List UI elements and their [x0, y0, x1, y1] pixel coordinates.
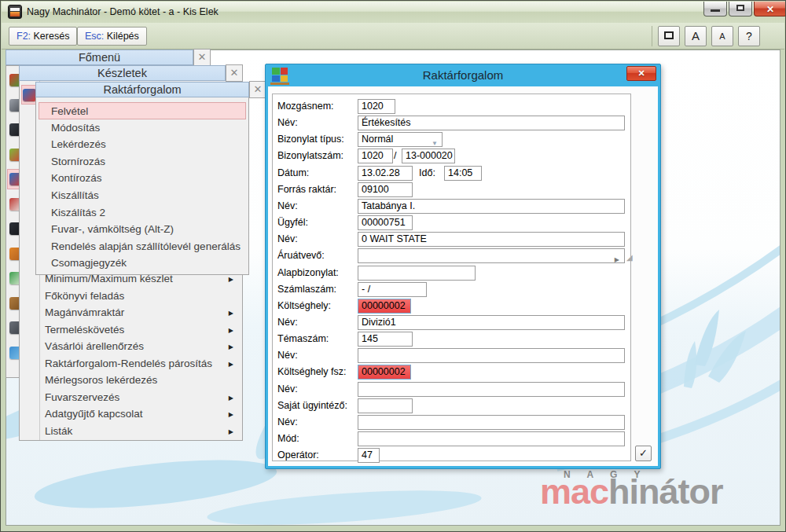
- keszletek-menu-item[interactable]: Adatgyűjtő kapcsolat▶: [20, 405, 241, 423]
- help-button[interactable]: ?: [738, 26, 760, 46]
- form-panel: Mozgásnem:1020Név:ÉrtékesítésBizonylat t…: [272, 94, 631, 461]
- menu-item-label: Termeléskövetés: [45, 324, 124, 336]
- mod-input[interactable]: [358, 431, 625, 446]
- dialog-title: Raktárforgalom: [266, 68, 660, 82]
- submenu-arrow-icon: ▶: [229, 406, 233, 423]
- dropdown-arrow-icon[interactable]: ▼: [432, 137, 438, 147]
- menu-item-label: Mérlegsoros lekérdezés: [45, 374, 157, 386]
- nev2-input[interactable]: Tatabánya I.: [358, 199, 625, 214]
- raktarforgalom-menu-item[interactable]: Módosítás: [39, 119, 246, 137]
- menu-item-label: Lekérdezés: [51, 138, 106, 150]
- keszletek-menu-item[interactable]: Főkönyvi feladás: [20, 288, 241, 305]
- raktarforgalom-menu-item[interactable]: Kontírozás: [39, 170, 246, 187]
- keszletek-menu-list: Minimum/Maximum készlet▶Főkönyvi feladás…: [20, 270, 241, 439]
- alapbizonylat-label: Alapbizonylat:: [277, 267, 339, 278]
- brand-logo: N A G Y machinátor: [540, 469, 776, 508]
- form-row-szamlaszam: Számlaszám:- /: [273, 282, 630, 298]
- nev4-label: Név:: [277, 317, 298, 328]
- lookup-arrow-icon[interactable]: ▶: [615, 253, 619, 263]
- font-decrease-button[interactable]: A: [711, 26, 733, 46]
- dialog-titlebar[interactable]: Raktárforgalom ✕: [266, 64, 660, 86]
- raktarforgalom-menu-item[interactable]: Fuvar-, vámköltség (Alt-Z): [39, 221, 246, 238]
- ugyfel-input[interactable]: 00000751: [358, 215, 413, 230]
- keszletek-titlebar[interactable]: Készletek: [19, 65, 226, 81]
- keszletek-menu-item[interactable]: Fuvarszervezés▶: [20, 389, 241, 406]
- exit-button[interactable]: Esc: Kilépés: [77, 27, 147, 46]
- nev5-label: Név:: [277, 350, 298, 361]
- keszletek-close-button[interactable]: ✕: [226, 64, 243, 82]
- minimize-button[interactable]: [703, 2, 727, 17]
- keszletek-menu-item[interactable]: Termeléskövetés▶: [20, 321, 241, 339]
- menu-item-label: Fuvarszervezés: [45, 391, 119, 403]
- temaszam-label: Témaszám:: [277, 333, 329, 344]
- form-row-ugyfel: Ügyfél:00000751: [273, 215, 630, 231]
- raktarforgalom-menu-item[interactable]: Kiszálítás 2: [39, 204, 246, 222]
- maximize-button[interactable]: [729, 2, 752, 17]
- keszletek-menu-item[interactable]: Magánvámraktár▶: [20, 304, 241, 321]
- keszletek-menu-item[interactable]: Mérlegsoros lekérdezés: [20, 372, 241, 389]
- raktarforgalom-menu-item[interactable]: Stornírozás: [39, 153, 246, 171]
- datum-second-input[interactable]: 14:05: [444, 166, 482, 181]
- menu-item-label: Magánvámraktár: [45, 306, 124, 318]
- forras_raktar-input[interactable]: 09100: [358, 182, 413, 197]
- form-row-aruatvevo: Áruátvevő:▶◢: [273, 248, 630, 264]
- alapbizonylat-input[interactable]: [358, 266, 476, 281]
- keszletek-menu-item[interactable]: Listák▶: [20, 423, 241, 440]
- raktarforgalom-menu-item[interactable]: Felvétel: [39, 102, 246, 119]
- font-increase-button[interactable]: A: [685, 26, 707, 46]
- raktarforgalom-menu-item[interactable]: Lekérdezés: [39, 136, 246, 153]
- menu-item-label: Rendelés alapján szállítólevél generálás: [51, 240, 241, 252]
- toolbar-separator: [652, 26, 652, 46]
- expand-corner-icon[interactable]: ◢: [626, 253, 633, 262]
- nev5-input[interactable]: [358, 348, 625, 363]
- temaszam-input[interactable]: 145: [358, 332, 413, 347]
- nev3-input[interactable]: 0 WAIT STATE: [358, 232, 625, 247]
- nev2-label: Név:: [277, 200, 298, 211]
- koltseghely_fsz-input[interactable]: 00000002: [358, 365, 411, 380]
- form-row-bizonylatszam: Bizonylatszám:1020/13-000020: [273, 149, 630, 164]
- bizonylatszam-input[interactable]: 1020: [358, 149, 393, 163]
- confirm-button[interactable]: ✓: [635, 446, 652, 461]
- datum-second-label: Idő:: [419, 167, 435, 178]
- nev7-input[interactable]: [358, 415, 625, 430]
- nev4-input[interactable]: Divizió1: [358, 315, 625, 330]
- submenu-arrow-icon: ▶: [229, 322, 233, 339]
- bizonylatszam-second-input[interactable]: 13-000020: [402, 149, 455, 163]
- nev1-input[interactable]: Értékesítés: [358, 116, 625, 130]
- bizonylat_tipus-label: Bizonylat típus:: [277, 134, 344, 145]
- window-titlebar[interactable]: Nagy Machinátor - Demó kötet - a - Kis E…: [2, 2, 784, 23]
- mozgasnem-input[interactable]: 1020: [358, 99, 395, 114]
- form-row-nev6: Név:: [273, 382, 630, 398]
- bizonylatszam-label: Bizonylatszám:: [277, 150, 343, 161]
- raktarforgalom-menu-window: FelvételMódosításLekérdezésStornírozásKo…: [35, 97, 249, 275]
- form-row-mozgasnem: Mozgásnem:1020: [273, 99, 630, 115]
- raktarforgalom-menu-titlebar[interactable]: Raktárforgalom: [35, 82, 249, 97]
- menu-item-label: Adatgyűjtő kapcsolat: [45, 408, 143, 420]
- form-row-koltseghely: Költséghely:00000002: [273, 299, 630, 314]
- szamlaszam-input[interactable]: - /: [358, 282, 427, 297]
- fomenu-close-button[interactable]: ✕: [193, 49, 211, 66]
- nev1-label: Név:: [277, 117, 298, 128]
- raktarforgalom-menu-item[interactable]: Kiszállítás: [39, 187, 246, 204]
- search-button[interactable]: F2: Keresés: [9, 27, 77, 46]
- nev6-input[interactable]: [358, 382, 625, 397]
- keszletek-menu-item[interactable]: Vásárlói árellenőrzés▶: [20, 338, 241, 355]
- form-row-nev1: Név:Értékesítés: [273, 116, 630, 131]
- raktarforgalom-menu-item[interactable]: Rendelés alapján szállítólevél generálás: [39, 238, 246, 255]
- operator-input[interactable]: 47: [358, 448, 380, 463]
- keszletek-selected-item-icon: [21, 85, 37, 105]
- dialog-close-icon: ✕: [627, 67, 656, 80]
- raktarforgalom-menu-close-button[interactable]: ✕: [249, 81, 266, 98]
- datum-input[interactable]: 13.02.28: [358, 166, 413, 181]
- sajat_ugyintezo-input[interactable]: [358, 398, 413, 413]
- raktarforgalom-menu-item[interactable]: Csomagjegyzék: [39, 255, 246, 272]
- koltseghely-input[interactable]: 00000002: [358, 299, 411, 314]
- dialog-close-button[interactable]: ✕: [626, 66, 656, 81]
- aruatvevo-input[interactable]: ▶: [358, 248, 625, 263]
- bizonylat_tipus-input[interactable]: Normál▼: [358, 132, 443, 147]
- fomenu-titlebar[interactable]: Főmenü: [6, 50, 193, 65]
- keszletek-menu-item[interactable]: Raktárforgalom-Rendelés párosítás▶: [20, 355, 241, 372]
- close-button[interactable]: ✕: [754, 2, 786, 17]
- submenu-arrow-icon: ▶: [229, 356, 233, 372]
- window-mode-button[interactable]: [658, 26, 680, 46]
